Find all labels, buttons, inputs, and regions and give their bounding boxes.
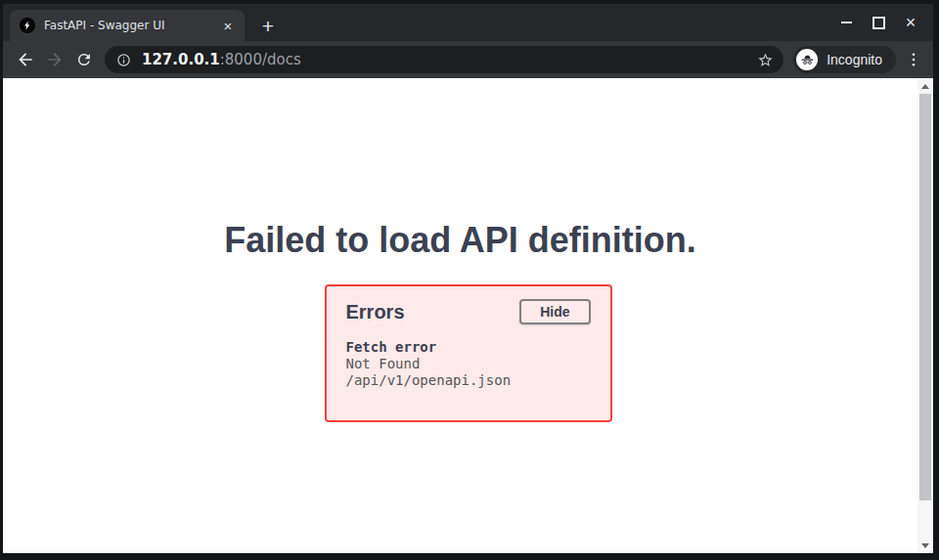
scroll-up-icon bbox=[921, 84, 929, 89]
window-close-icon: × bbox=[906, 14, 917, 31]
tab-strip: FastAPI - Swagger UI × + × bbox=[3, 4, 933, 41]
errors-title: Errors bbox=[346, 298, 405, 325]
three-dot-menu-icon bbox=[905, 51, 922, 68]
url-host: 127.0.0.1 bbox=[142, 51, 220, 68]
url-path: :8000/docs bbox=[220, 51, 301, 68]
incognito-icon bbox=[800, 53, 815, 67]
tab-close-icon[interactable]: × bbox=[219, 17, 237, 34]
browser-menu-button[interactable] bbox=[900, 46, 927, 73]
tab-title: FastAPI - Swagger UI bbox=[44, 19, 219, 32]
incognito-avatar bbox=[796, 49, 818, 70]
reload-button[interactable] bbox=[69, 45, 99, 74]
back-button[interactable] bbox=[11, 45, 40, 74]
errors-panel: Errors Hide Fetch error Not Found /api/v… bbox=[325, 284, 612, 422]
browser-window: FastAPI - Swagger UI × + × bbox=[0, 0, 939, 560]
bookmark-button[interactable] bbox=[757, 52, 774, 68]
browser-toolbar: 127.0.0.1:8000/docs Incognito bbox=[3, 41, 933, 78]
minimize-icon bbox=[841, 22, 852, 23]
scroll-down-icon bbox=[921, 543, 929, 548]
address-bar[interactable]: 127.0.0.1:8000/docs bbox=[105, 46, 783, 73]
incognito-badge: Incognito bbox=[793, 46, 896, 73]
errors-panel-header: Errors Hide bbox=[346, 298, 591, 325]
bookmark-star-icon bbox=[757, 52, 774, 68]
tab-fastapi-swagger[interactable]: FastAPI - Swagger UI × bbox=[10, 10, 245, 41]
incognito-label: Incognito bbox=[827, 52, 882, 67]
new-tab-button[interactable]: + bbox=[254, 12, 282, 39]
page-content: Failed to load API definition. Errors Hi… bbox=[3, 78, 933, 553]
window-controls: × bbox=[836, 4, 933, 41]
forward-arrow-icon bbox=[45, 50, 65, 69]
failed-load-heading: Failed to load API definition. bbox=[3, 78, 933, 261]
scrollbar-up-button[interactable] bbox=[917, 78, 933, 94]
maximize-button[interactable] bbox=[869, 13, 888, 32]
error-item: Fetch error Not Found /api/v1/openapi.js… bbox=[346, 339, 591, 389]
error-source: Fetch error bbox=[346, 339, 591, 356]
error-message: Not Found /api/v1/openapi.json bbox=[346, 356, 591, 389]
url-text: 127.0.0.1:8000/docs bbox=[142, 51, 301, 68]
minimize-button[interactable] bbox=[836, 13, 856, 32]
window-close-button[interactable]: × bbox=[901, 13, 920, 32]
reload-icon bbox=[75, 51, 93, 68]
back-arrow-icon bbox=[16, 50, 35, 69]
vertical-scrollbar bbox=[917, 78, 933, 553]
scrollbar-thumb[interactable] bbox=[919, 94, 931, 500]
hide-errors-button[interactable]: Hide bbox=[519, 299, 590, 324]
forward-button[interactable] bbox=[40, 45, 69, 74]
site-info-icon[interactable] bbox=[116, 53, 131, 67]
maximize-icon bbox=[872, 17, 885, 29]
fastapi-favicon-icon bbox=[20, 18, 35, 33]
scrollbar-down-button[interactable] bbox=[917, 538, 933, 553]
